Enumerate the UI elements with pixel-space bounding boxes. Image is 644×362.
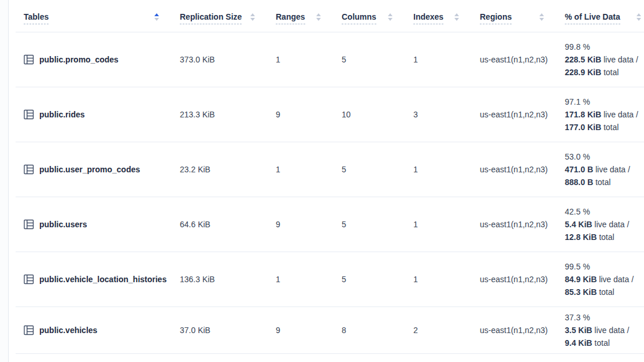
column-header-tables[interactable]: Tables (16, 12, 172, 24)
table-name-link[interactable]: public.users (39, 220, 87, 229)
column-header-regions[interactable]: Regions (472, 12, 557, 24)
total-size-line: 9.4 KiB total (565, 337, 644, 349)
sort-icon (154, 13, 159, 23)
regions-value: us-east1(n1,n2,n3) (472, 165, 557, 174)
columns-value: 5 (334, 275, 405, 284)
sort-icon (388, 13, 393, 23)
table-row[interactable]: public.vehicles 37.0 KiB 9 8 2 us-east1(… (16, 307, 644, 354)
replication-size-value: 23.2 KiB (172, 165, 268, 174)
table-name-link[interactable]: public.user_promo_codes (39, 165, 140, 174)
table-icon (24, 164, 34, 175)
live-data-cell: 97.1 % 171.8 KiB live data / 177.0 KiB t… (557, 95, 644, 134)
live-percent: 99.5 % (565, 260, 644, 273)
tables-table: Tables Replication Size Ranges Columns I… (16, 5, 644, 354)
table-icon (24, 54, 34, 65)
table-header-row: Tables Replication Size Ranges Columns I… (16, 5, 644, 32)
indexes-value: 1 (405, 165, 472, 174)
indexes-value: 1 (405, 220, 472, 229)
columns-value: 5 (334, 165, 405, 174)
total-size-line: 12.8 KiB total (565, 231, 644, 243)
column-header-columns[interactable]: Columns (334, 12, 405, 24)
live-size-line: 228.5 KiB live data / (565, 53, 644, 66)
ranges-value: 1 (268, 55, 334, 64)
sort-icon (250, 13, 255, 23)
ranges-value: 1 (268, 165, 334, 174)
total-size-line: 888.0 B total (565, 176, 644, 189)
replication-size-value: 64.6 KiB (172, 220, 268, 229)
column-header-live-data[interactable]: % of Live Data (557, 12, 644, 24)
column-header-label: Columns (342, 12, 376, 24)
total-size-line: 228.9 KiB total (565, 66, 644, 79)
columns-value: 5 (334, 55, 405, 64)
tables-page: Tables Replication Size Ranges Columns I… (0, 0, 644, 362)
regions-value: us-east1(n1,n2,n3) (472, 220, 557, 229)
table-row[interactable]: public.user_promo_codes 23.2 KiB 1 5 1 u… (16, 142, 644, 197)
live-size-line: 3.5 KiB live data / (565, 324, 644, 337)
indexes-value: 3 (405, 110, 472, 119)
tables-list-card: Tables Replication Size Ranges Columns I… (8, 0, 644, 362)
column-header-label: Regions (480, 12, 512, 24)
indexes-value: 2 (405, 326, 472, 335)
live-percent: 99.8 % (565, 40, 644, 53)
column-header-indexes[interactable]: Indexes (405, 12, 472, 24)
indexes-value: 1 (405, 55, 472, 64)
column-header-ranges[interactable]: Ranges (268, 12, 334, 24)
table-row[interactable]: public.vehicle_location_histories 136.3 … (16, 252, 644, 307)
ranges-value: 9 (268, 326, 334, 335)
regions-value: us-east1(n1,n2,n3) (472, 326, 557, 335)
total-size-line: 177.0 KiB total (565, 121, 644, 134)
table-icon (24, 325, 34, 335)
column-header-label: Ranges (276, 12, 305, 24)
table-row[interactable]: public.users 64.6 KiB 9 5 1 us-east1(n1,… (16, 197, 644, 252)
table-row[interactable]: public.promo_codes 373.0 KiB 1 5 1 us-ea… (16, 32, 644, 87)
live-data-cell: 53.0 % 471.0 B live data / 888.0 B total (557, 150, 644, 189)
regions-value: us-east1(n1,n2,n3) (472, 55, 557, 64)
table-row[interactable]: public.rides 213.3 KiB 9 10 3 us-east1(n… (16, 87, 644, 142)
table-name-link[interactable]: public.rides (39, 110, 85, 119)
replication-size-value: 37.0 KiB (172, 326, 268, 335)
live-percent: 37.3 % (565, 311, 644, 324)
column-header-replication-size[interactable]: Replication Size (172, 12, 268, 24)
ranges-value: 9 (268, 110, 334, 119)
columns-value: 5 (334, 220, 405, 229)
total-size-line: 85.3 KiB total (565, 286, 644, 298)
table-icon (24, 109, 34, 120)
column-header-label: Tables (24, 12, 49, 24)
indexes-value: 1 (405, 275, 472, 284)
column-header-label: % of Live Data (565, 12, 620, 24)
live-percent: 97.1 % (565, 95, 644, 108)
sort-icon (636, 13, 641, 23)
table-icon (24, 274, 34, 285)
live-data-cell: 99.5 % 84.9 KiB live data / 85.3 KiB tot… (557, 260, 644, 298)
sort-icon (316, 13, 321, 23)
table-name-link[interactable]: public.vehicle_location_histories (39, 275, 166, 284)
column-header-label: Indexes (413, 12, 443, 24)
live-percent: 53.0 % (565, 150, 644, 163)
live-size-line: 84.9 KiB live data / (565, 273, 644, 286)
live-percent: 42.5 % (565, 205, 644, 218)
replication-size-value: 213.3 KiB (172, 110, 268, 119)
regions-value: us-east1(n1,n2,n3) (472, 275, 557, 284)
live-data-cell: 37.3 % 3.5 KiB live data / 9.4 KiB total (557, 311, 644, 349)
live-size-line: 471.0 B live data / (565, 163, 644, 176)
columns-value: 8 (334, 326, 405, 335)
live-size-line: 171.8 KiB live data / (565, 108, 644, 121)
columns-value: 10 (334, 110, 405, 119)
live-size-line: 5.4 KiB live data / (565, 218, 644, 231)
replication-size-value: 136.3 KiB (172, 275, 268, 284)
live-data-cell: 99.8 % 228.5 KiB live data / 228.9 KiB t… (557, 40, 644, 79)
column-header-label: Replication Size (180, 12, 242, 24)
regions-value: us-east1(n1,n2,n3) (472, 110, 557, 119)
ranges-value: 9 (268, 220, 334, 229)
live-data-cell: 42.5 % 5.4 KiB live data / 12.8 KiB tota… (557, 205, 644, 243)
ranges-value: 1 (268, 275, 334, 284)
table-name-link[interactable]: public.promo_codes (39, 55, 119, 64)
sort-icon (539, 13, 544, 23)
table-name-link[interactable]: public.vehicles (39, 326, 97, 335)
sort-icon (454, 13, 459, 23)
table-icon (24, 219, 34, 230)
replication-size-value: 373.0 KiB (172, 55, 268, 64)
